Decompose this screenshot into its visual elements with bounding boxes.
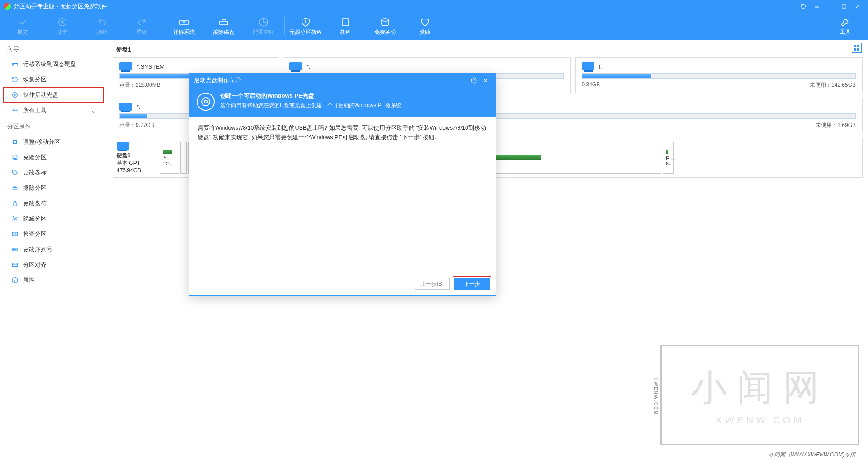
- disk-summary[interactable]: 硬盘1 基本 GPT 476.94GB: [117, 142, 158, 174]
- sidebar-item[interactable]: 擦除分区: [3, 180, 104, 196]
- svg-point-25: [202, 98, 210, 106]
- window-title: 分区助手专业版 - 无损分区免费软件: [14, 2, 107, 10]
- sidebar-item[interactable]: 恢复分区: [3, 72, 104, 87]
- sidebar-item-label: 隐藏分区: [23, 215, 47, 223]
- dialog-banner-subtitle: 这个向导将帮助您在您的U盘或光盘上创建一个可启动的Windows PE微系统.: [220, 102, 403, 109]
- partition-name: *:: [137, 103, 141, 110]
- partition-name: *:SYSTEM: [137, 63, 165, 70]
- dialog-title-bar: 启动光盘制作向导: [189, 74, 496, 87]
- tag-icon: [11, 169, 19, 177]
- svg-rect-0: [842, 4, 846, 8]
- commit-button[interactable]: 提交: [3, 13, 42, 39]
- sidebar-item[interactable]: 属性: [3, 272, 104, 288]
- disk-block[interactable]: [180, 142, 187, 174]
- tools-button[interactable]: 工具: [826, 13, 865, 39]
- redo-icon: [137, 17, 147, 28]
- sidebar-item-label: 检查分区: [23, 230, 47, 238]
- wrench-icon: [840, 17, 851, 28]
- svg-point-6: [382, 19, 389, 21]
- sidebar-item[interactable]: 隐藏分区: [3, 211, 104, 226]
- disc-icon: [197, 93, 215, 111]
- dialog-help-button[interactable]: [468, 75, 480, 86]
- undo-button[interactable]: 撤销: [82, 13, 122, 39]
- svg-rect-5: [342, 19, 349, 26]
- footer-note: 小闻网（WWW.XWENW.COM)专用: [769, 451, 855, 459]
- svg-rect-18: [13, 203, 17, 206]
- sidebar-item[interactable]: 克隆分区: [3, 150, 104, 165]
- migrate-system-button[interactable]: 迁移系统: [164, 13, 204, 39]
- sidebar-item[interactable]: 调整/移动分区: [3, 134, 104, 150]
- sidebar-item-label: 属性: [23, 276, 35, 284]
- drive-icon: [11, 60, 19, 68]
- minimize-button[interactable]: [824, 0, 837, 12]
- sidebar-ops-header: 分区操作: [0, 118, 107, 134]
- backup-button[interactable]: 免费备份: [365, 13, 405, 39]
- dialog-close-button[interactable]: [480, 75, 491, 86]
- main-toolbar: 提交 放弃 撤销 重做 迁移系统 擦除磁盘 配置空间 无损分区教程 教程 免费备…: [0, 12, 868, 40]
- guide-button[interactable]: 教程: [326, 13, 365, 39]
- dialog-banner: 创建一个可启动的Windows PE光盘 这个向导将帮助您在您的U盘或光盘上创建…: [189, 87, 496, 117]
- tutorial-button[interactable]: 无损分区教程: [286, 13, 326, 39]
- drive-icon: [119, 62, 132, 70]
- sidebar-item[interactable]: 更改卷标: [3, 165, 104, 180]
- drive-icon: [117, 142, 129, 150]
- cancel-icon: [57, 17, 68, 28]
- discard-button[interactable]: 放弃: [42, 13, 82, 39]
- unused-label: 未使用：142.65GB: [810, 81, 856, 89]
- dots-icon: [11, 106, 19, 114]
- dialog-footer: 上一步(B) 下一步: [189, 272, 496, 295]
- boot-disc-wizard-dialog: 启动光盘制作向导 创建一个可启动的Windows PE光盘 这个向导将帮助您在您…: [189, 73, 496, 296]
- sidebar-item-label: 制作启动光盘: [23, 91, 58, 99]
- sidebar-item[interactable]: 分区对齐: [3, 257, 104, 272]
- svg-rect-17: [13, 188, 17, 190]
- maximize-button[interactable]: [837, 0, 851, 12]
- config-space-button[interactable]: 配置空间: [244, 13, 283, 39]
- refresh-icon[interactable]: [797, 0, 810, 12]
- capacity-label: 容量：9.77GB: [119, 122, 154, 129]
- shield-icon: [300, 17, 311, 28]
- svg-point-26: [204, 100, 207, 103]
- resize-icon: [11, 138, 19, 146]
- disk-block[interactable]: *:...22...: [160, 142, 179, 174]
- sidebar-item[interactable]: 迁移系统到固态硬盘: [3, 56, 104, 72]
- cut-icon: [11, 215, 19, 223]
- book-icon: [340, 17, 351, 28]
- svg-point-11: [13, 110, 14, 111]
- view-toggle-button[interactable]: [852, 43, 862, 53]
- sidebar-item[interactable]: 所有工具⌄: [3, 103, 104, 118]
- drive-icon: [289, 62, 302, 70]
- svg-point-10: [14, 94, 16, 96]
- sidebar-item-label: 恢复分区: [23, 75, 47, 84]
- next-button[interactable]: 下一步: [454, 278, 490, 290]
- menu-icon[interactable]: [810, 0, 824, 12]
- disk-block[interactable]: [488, 142, 661, 174]
- disk-block[interactable]: E:...6...: [663, 142, 674, 174]
- serial-icon: [11, 245, 19, 254]
- sidebar-item[interactable]: 更改序列号: [3, 242, 104, 257]
- sidebar-item[interactable]: 更改盘符: [3, 196, 104, 211]
- sidebar-item-label: 克隆分区: [23, 153, 47, 161]
- partition-card[interactable]: f:9.34GB未使用：142.65GB: [575, 57, 863, 93]
- svg-point-20: [13, 216, 14, 218]
- donate-button[interactable]: 赞助: [405, 13, 445, 39]
- drive-icon: [582, 62, 594, 70]
- svg-point-19: [13, 220, 14, 221]
- check-icon: [17, 17, 28, 28]
- svg-point-9: [13, 93, 18, 98]
- wipe-disk-button[interactable]: 擦除磁盘: [204, 13, 244, 39]
- partition-name: *:: [307, 63, 311, 70]
- svg-point-16: [14, 171, 14, 172]
- sidebar-item-label: 更改序列号: [23, 245, 52, 254]
- erase-icon: [11, 184, 19, 192]
- previous-button: 上一步(B): [415, 278, 450, 290]
- undo-icon: [97, 17, 108, 28]
- svg-point-8: [13, 65, 14, 65]
- sidebar-item[interactable]: 检查分区: [3, 226, 104, 242]
- sidebar-item[interactable]: 制作启动光盘: [3, 87, 104, 103]
- redo-button[interactable]: 重做: [122, 13, 162, 39]
- drive-arrow-icon: [179, 17, 189, 28]
- title-bar: 分区助手专业版 - 无损分区免费软件: [0, 0, 868, 12]
- svg-rect-14: [14, 156, 17, 159]
- close-button[interactable]: [851, 0, 864, 12]
- check-icon: [11, 230, 19, 238]
